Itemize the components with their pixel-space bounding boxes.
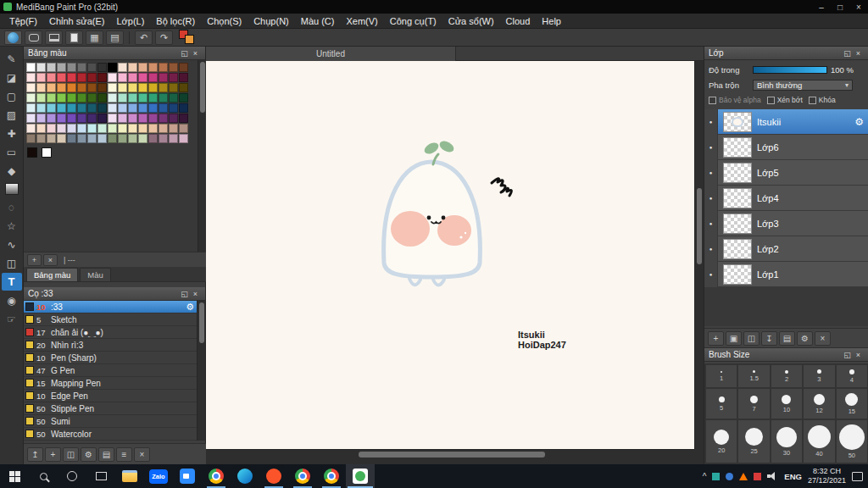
duplicate-layer-icon[interactable]: ◫ — [743, 331, 760, 346]
layer-row[interactable]: ●Lớp4 — [704, 186, 868, 211]
grid-icon[interactable]: ▦ — [86, 30, 103, 45]
color-swatch[interactable] — [47, 73, 56, 82]
color-swatch[interactable] — [47, 83, 56, 92]
vlc-icon[interactable] — [739, 473, 748, 480]
color-swatch[interactable] — [77, 114, 86, 123]
layer-row[interactable]: ●Itsukii⚙ — [704, 109, 868, 135]
menu-item[interactable]: Chọn(S) — [201, 16, 248, 26]
brush-item[interactable]: 17chăn ải (●‿●) — [24, 326, 198, 339]
color-swatch[interactable] — [36, 83, 46, 92]
color-swatch[interactable] — [128, 73, 137, 82]
palette-tab[interactable]: Bảng màu — [26, 268, 78, 281]
color-swatch[interactable] — [138, 134, 147, 143]
color-swatch[interactable] — [159, 134, 168, 143]
brush-size-option[interactable]: 50 — [837, 420, 867, 463]
layer-row[interactable]: ●Lớp3 — [704, 211, 868, 236]
brush-size-option[interactable]: 3 — [804, 365, 834, 387]
tray-chevron-up-icon[interactable]: ^ — [703, 472, 707, 481]
taskbar-chrome-2[interactable] — [288, 464, 317, 488]
add-brush-icon[interactable]: + — [45, 447, 61, 462]
menu-item[interactable]: Cloud — [500, 16, 537, 26]
color-wheel-icon[interactable] — [4, 30, 22, 45]
brush-size-option[interactable]: 15 — [837, 389, 867, 419]
layer-option-checkbox[interactable]: Xén bớt — [767, 96, 803, 104]
add-color-icon[interactable]: + — [27, 254, 42, 266]
color-swatch[interactable] — [87, 124, 97, 133]
color-swatch[interactable] — [77, 63, 86, 72]
color-swatch[interactable] — [159, 114, 168, 123]
color-swatch[interactable] — [97, 124, 107, 133]
color-swatch[interactable] — [148, 83, 158, 92]
color-swatch[interactable] — [148, 114, 158, 123]
redo-button[interactable]: ↷ — [155, 30, 173, 45]
color-swatch[interactable] — [36, 93, 46, 103]
taskbar-zoom[interactable] — [173, 464, 202, 488]
color-swatch[interactable] — [148, 124, 158, 133]
color-swatch[interactable] — [97, 93, 107, 103]
layer-visibility-icon[interactable]: ● — [704, 262, 718, 287]
color-swatch[interactable] — [118, 63, 127, 72]
brush-scrollbar[interactable] — [197, 301, 205, 441]
color-swatch[interactable] — [159, 93, 168, 103]
color-swatch[interactable] — [179, 114, 188, 123]
move-tool[interactable]: ✚ — [2, 125, 22, 142]
color-swatch[interactable] — [77, 73, 86, 82]
chat-bubble-icon[interactable] — [25, 30, 42, 45]
color-swatch[interactable] — [159, 103, 168, 113]
brush-item[interactable]: 50Stipple Pen — [24, 402, 198, 415]
duplicate-brush-icon[interactable]: ◫ — [63, 447, 79, 462]
brush-folder-icon[interactable]: ▤ — [98, 447, 114, 462]
menu-item[interactable]: Xem(V) — [340, 16, 383, 26]
layer-row[interactable]: ●Lớp2 — [704, 236, 868, 262]
color-swatch[interactable] — [87, 83, 97, 92]
color-swatch[interactable] — [47, 63, 56, 72]
color-swatch[interactable] — [138, 114, 147, 123]
color-swatch[interactable] — [138, 93, 147, 103]
magic-wand-tool[interactable]: ☆ — [2, 217, 22, 235]
color-swatch[interactable] — [128, 114, 137, 123]
color-swatch[interactable] — [87, 103, 97, 113]
menu-item[interactable]: Help — [536, 16, 567, 26]
brush-size-option[interactable]: 30 — [771, 420, 802, 463]
brush-settings-icon[interactable]: ⚙ — [81, 447, 97, 462]
color-swatch[interactable] — [77, 83, 86, 92]
color-swatch[interactable] — [128, 103, 137, 113]
upload-brush-icon[interactable]: ↥ — [27, 447, 43, 462]
color-swatch[interactable] — [57, 114, 66, 123]
canvas-vertical-scrollbar[interactable] — [694, 61, 704, 449]
task-view-button[interactable] — [86, 464, 115, 488]
brush-item[interactable]: 10Edge Pen — [24, 390, 198, 402]
layer-settings-icon[interactable]: ⚙ — [797, 331, 813, 346]
layer-visibility-icon[interactable]: ● — [704, 186, 718, 211]
brush-settings-icon[interactable]: ⚙ — [186, 302, 194, 313]
hand-tool[interactable]: ☞ — [2, 310, 22, 328]
color-swatch[interactable] — [179, 63, 188, 72]
color-swatch[interactable] — [47, 124, 56, 133]
color-swatch[interactable] — [97, 63, 107, 72]
tray-app-icon-2[interactable] — [726, 473, 733, 480]
new-layer-icon[interactable]: + — [708, 331, 724, 346]
rows-icon[interactable]: ▤ — [106, 30, 124, 45]
color-swatch[interactable] — [108, 103, 117, 113]
color-swatch[interactable] — [179, 83, 188, 92]
color-swatch[interactable] — [128, 63, 137, 72]
popout-icon[interactable]: ◱ — [842, 49, 853, 58]
color-swatch[interactable] — [128, 124, 137, 133]
new-folder-icon[interactable]: ▣ — [726, 331, 742, 346]
color-swatch[interactable] — [67, 103, 76, 113]
brush-size-option[interactable]: 4 — [837, 365, 867, 387]
color-swatch[interactable] — [36, 134, 46, 143]
close-panel-icon[interactable]: × — [853, 351, 864, 359]
layer-settings-icon[interactable]: ⚙ — [854, 116, 864, 128]
menu-item[interactable]: Bộ lọc(R) — [150, 16, 201, 26]
color-swatch[interactable] — [169, 83, 178, 92]
color-swatch[interactable] — [77, 93, 86, 103]
brush-item[interactable]: 47G Pen — [24, 364, 198, 377]
color-swatch[interactable] — [169, 103, 178, 113]
brush-item[interactable]: 10Pen (Sharp) — [24, 352, 198, 364]
layer-folder-icon[interactable]: ▤ — [779, 331, 795, 346]
color-swatch[interactable] — [138, 83, 147, 92]
color-swatch[interactable] — [159, 73, 168, 82]
color-swatch[interactable] — [67, 134, 76, 143]
fill-tool[interactable]: ◆ — [2, 162, 22, 180]
